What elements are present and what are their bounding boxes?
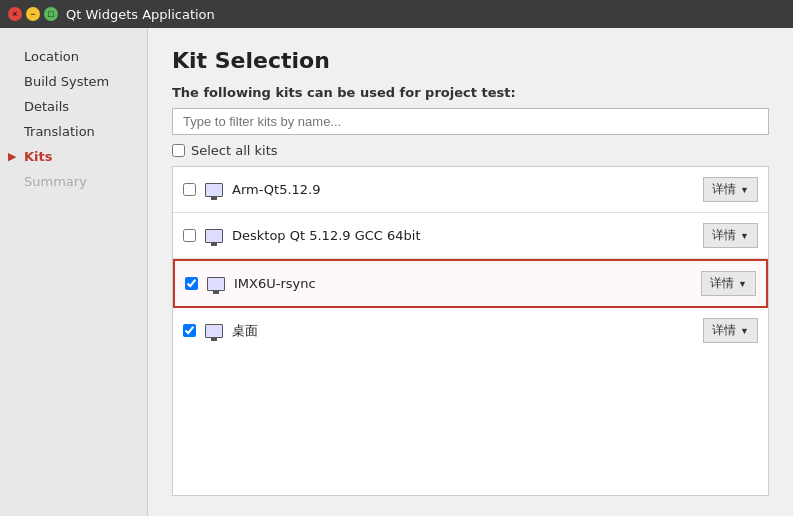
sidebar-label-summary: Summary [24,174,87,189]
sidebar-item-kits[interactable]: Kits [0,144,147,169]
sidebar-item-translation[interactable]: Translation [0,119,147,144]
content-area: Kit Selection The following kits can be … [148,28,793,516]
project-name: test [481,85,510,100]
kit-name-arm-qt: Arm-Qt5.12.9 [232,182,703,197]
kit-name-desktop-qt: Desktop Qt 5.12.9 GCC 64bit [232,228,703,243]
sidebar-item-details[interactable]: Details [0,94,147,119]
monitor-icon-imx6u [206,276,226,292]
kit-item-desktop-cn: 桌面 详情 ▼ [173,308,768,353]
subtitle-prefix: The following kits can be used for proje… [172,85,481,100]
monitor-icon-arm-qt [204,182,224,198]
select-all-checkbox[interactable] [172,144,185,157]
filter-input[interactable] [172,108,769,135]
sidebar-item-location[interactable]: Location [0,44,147,69]
details-button-desktop-qt[interactable]: 详情 ▼ [703,223,758,248]
kit-checkbox-imx6u[interactable] [185,277,198,290]
main-container: Location Build System Details Translatio… [0,28,793,516]
sidebar-label-location: Location [24,49,79,64]
close-button[interactable]: × [8,7,22,21]
kit-checkbox-arm-qt[interactable] [183,183,196,196]
sidebar-label-translation: Translation [24,124,95,139]
kit-checkbox-desktop-qt[interactable] [183,229,196,242]
select-all-label: Select all kits [191,143,278,158]
details-label-arm-qt: 详情 [712,181,736,198]
kit-item-arm-qt: Arm-Qt5.12.9 详情 ▼ [173,167,768,213]
details-button-desktop-cn[interactable]: 详情 ▼ [703,318,758,343]
kit-item-imx6u: IMX6U-rsync 详情 ▼ [173,259,768,308]
sidebar-label-details: Details [24,99,69,114]
minimize-button[interactable]: − [26,7,40,21]
sidebar-item-build-system[interactable]: Build System [0,69,147,94]
page-title: Kit Selection [172,48,769,73]
kit-list: Arm-Qt5.12.9 详情 ▼ Desktop Qt 5.12.9 GCC … [172,166,769,496]
details-label-imx6u: 详情 [710,275,734,292]
monitor-icon-desktop-cn [204,323,224,339]
details-button-arm-qt[interactable]: 详情 ▼ [703,177,758,202]
sidebar: Location Build System Details Translatio… [0,28,148,516]
subtitle-suffix: : [510,85,515,100]
title-bar: × − □ Qt Widgets Application [0,0,793,28]
kit-name-desktop-cn: 桌面 [232,322,703,340]
select-all-row: Select all kits [172,143,769,158]
window-controls[interactable]: × − □ [8,7,58,21]
details-label-desktop-cn: 详情 [712,322,736,339]
chevron-down-icon-arm-qt: ▼ [740,185,749,195]
chevron-down-icon-imx6u: ▼ [738,279,747,289]
sidebar-label-kits: Kits [24,149,52,164]
window-title: Qt Widgets Application [66,7,215,22]
sidebar-item-summary: Summary [0,169,147,194]
chevron-down-icon-desktop-cn: ▼ [740,326,749,336]
kit-checkbox-desktop-cn[interactable] [183,324,196,337]
kit-item-desktop-qt: Desktop Qt 5.12.9 GCC 64bit 详情 ▼ [173,213,768,259]
details-label-desktop-qt: 详情 [712,227,736,244]
chevron-down-icon-desktop-qt: ▼ [740,231,749,241]
subtitle: The following kits can be used for proje… [172,85,769,100]
sidebar-label-build-system: Build System [24,74,109,89]
maximize-button[interactable]: □ [44,7,58,21]
details-button-imx6u[interactable]: 详情 ▼ [701,271,756,296]
monitor-icon-desktop-qt [204,228,224,244]
kit-name-imx6u: IMX6U-rsync [234,276,701,291]
